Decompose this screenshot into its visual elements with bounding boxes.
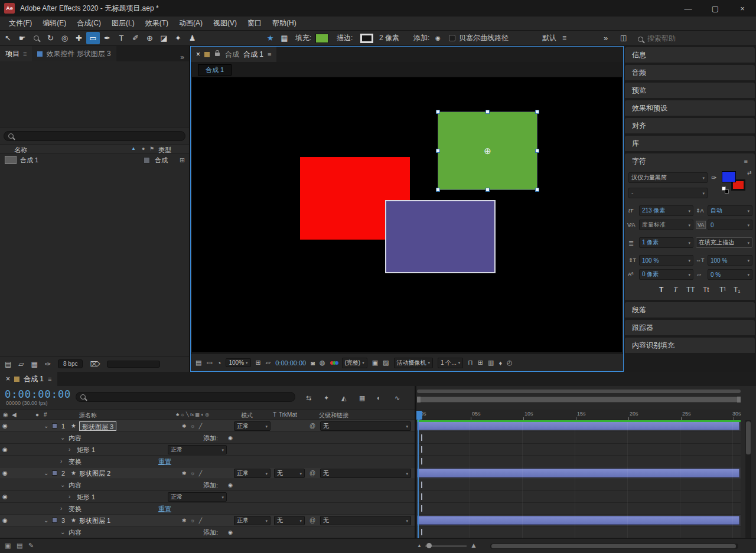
menu-item-layer[interactable]: 图层(L) bbox=[106, 18, 140, 28]
project-search-box[interactable] bbox=[4, 131, 185, 141]
horizontal-scale-dropdown[interactable]: 100 %▾ bbox=[708, 255, 752, 266]
view-layout-dropdown[interactable]: 1 个...▾ bbox=[438, 358, 463, 368]
grid-and-guides-icon[interactable]: ⊞ bbox=[256, 359, 261, 367]
rotation-tool-button[interactable]: ↻ bbox=[44, 32, 57, 44]
timeline-button-icon[interactable]: ♦ bbox=[498, 359, 502, 367]
parent-link-column-label[interactable]: 父级和链接 bbox=[319, 411, 348, 420]
rect-label[interactable]: 矩形 1 bbox=[77, 444, 95, 456]
contents-label[interactable]: 内容 bbox=[69, 432, 82, 444]
transform-group-row[interactable]: › 变换 重置 bbox=[0, 503, 416, 515]
small-caps-button[interactable]: Tt bbox=[703, 286, 709, 294]
menu-item-animation[interactable]: 动画(A) bbox=[174, 18, 208, 28]
magnification-dropdown[interactable]: 100%▾ bbox=[226, 358, 250, 367]
faux-italic-button[interactable]: T bbox=[673, 286, 677, 294]
work-area-start-handle[interactable] bbox=[417, 397, 421, 403]
pickwhip-icon[interactable]: @ bbox=[309, 515, 315, 526]
toolbar-overflow-icon[interactable]: » bbox=[604, 31, 608, 45]
layer-switches-icons[interactable]: ✱ ☼ ╱ bbox=[182, 467, 203, 479]
selection-handle[interactable] bbox=[485, 110, 490, 114]
trkmat-dropdown[interactable]: 无▾ bbox=[274, 516, 305, 525]
panel-libraries-tab[interactable]: 库 bbox=[625, 136, 755, 151]
selection-handle[interactable] bbox=[436, 188, 440, 192]
region-of-interest-icon[interactable]: ▣ bbox=[372, 359, 378, 367]
project-item-row[interactable]: 合成 1 合成 ⊞ bbox=[0, 155, 189, 165]
source-name-column-label[interactable]: 源名称 bbox=[79, 411, 97, 420]
target-region-icon[interactable]: ▱ bbox=[266, 359, 271, 367]
scrollbar-thumb[interactable] bbox=[491, 544, 736, 548]
layer-track-row[interactable] bbox=[417, 420, 741, 432]
baseline-shift-dropdown[interactable]: 0 像素▾ bbox=[639, 269, 693, 280]
reset-link[interactable]: 重置 bbox=[158, 503, 171, 515]
tracking-dropdown[interactable]: 0▾ bbox=[708, 220, 752, 230]
maximize-button[interactable]: ▢ bbox=[702, 0, 729, 17]
layer-name[interactable]: 形状图层 3 bbox=[79, 421, 116, 431]
layer-label-swatch[interactable] bbox=[52, 518, 57, 523]
transform-group-row[interactable]: › 变换 重置 bbox=[0, 456, 416, 467]
add-shape-button[interactable]: ◉ bbox=[435, 31, 441, 45]
resolution-dropdown[interactable]: (完整)▾ bbox=[342, 358, 367, 368]
panel-tracker-tab[interactable]: 跟踪器 bbox=[625, 320, 755, 335]
selection-handle[interactable] bbox=[436, 149, 440, 153]
type-tool-button[interactable]: T bbox=[115, 32, 128, 44]
stroke-style-dropdown[interactable]: 在填充上描边▾ bbox=[696, 237, 752, 248]
timeline-horizontal-scrollbar[interactable] bbox=[490, 544, 738, 549]
pan-behind-tool-button[interactable]: ✚ bbox=[72, 32, 86, 44]
viewer-current-time[interactable]: 0:00:00:00 bbox=[275, 359, 306, 367]
eye-icon[interactable]: ◉ bbox=[2, 444, 8, 456]
timeline-splitter[interactable] bbox=[415, 386, 416, 538]
panel-content-aware-fill-tab[interactable]: 内容识别填充 bbox=[625, 338, 755, 353]
current-time-indicator-line[interactable] bbox=[418, 420, 419, 538]
twirl-open-icon[interactable]: ⌄ bbox=[60, 479, 65, 491]
pen-tool-button[interactable]: ✒ bbox=[100, 32, 114, 44]
parent-dropdown[interactable]: 无▾ bbox=[320, 421, 411, 431]
eye-icon[interactable]: ◉ bbox=[2, 515, 8, 526]
toggle-inout-pane-icon[interactable]: ✎ bbox=[28, 542, 34, 549]
twirl-closed-icon[interactable]: › bbox=[69, 444, 70, 456]
zoom-slider-handle[interactable] bbox=[426, 543, 432, 548]
add-property-button[interactable]: ◉ bbox=[228, 526, 233, 538]
lock-icon[interactable] bbox=[215, 53, 220, 56]
show-snapshot-icon[interactable]: ◍ bbox=[320, 359, 325, 367]
project-bit-depth-button[interactable]: 8 bpc bbox=[58, 359, 83, 368]
interpret-footage-icon[interactable]: ✑ bbox=[45, 360, 51, 368]
fill-color-swatch[interactable] bbox=[315, 34, 328, 43]
purple-rectangle-layer[interactable] bbox=[385, 200, 496, 273]
mode-column-label[interactable]: 模式 bbox=[241, 411, 253, 420]
frame-blending-icon[interactable]: ▦ bbox=[359, 394, 365, 402]
selection-tool-button[interactable]: ↖ bbox=[1, 32, 15, 44]
layer-switches-icons[interactable]: ✱ ☼ ╱ bbox=[182, 420, 203, 432]
rect-property-row[interactable]: ◉ › 矩形 1 正常▾ bbox=[0, 444, 416, 456]
search-help-input[interactable] bbox=[647, 33, 736, 44]
panel-effects-presets-tab[interactable]: 效果和预设 bbox=[625, 100, 755, 116]
layer-duration-bar[interactable] bbox=[417, 516, 739, 525]
leading-dropdown[interactable]: 自动▾ bbox=[708, 205, 752, 216]
menu-item-file[interactable]: 文件(F) bbox=[4, 18, 37, 28]
viewer-tab[interactable]: × 合成 合成 1 ≡ bbox=[191, 47, 276, 62]
camera-view-dropdown[interactable]: 活动摄像机▾ bbox=[394, 358, 434, 368]
scrollbar-thumb[interactable] bbox=[746, 421, 751, 454]
twirl-open-icon[interactable]: ⌄ bbox=[60, 526, 65, 538]
work-area-end-handle[interactable] bbox=[737, 397, 741, 403]
menu-item-edit[interactable]: 编辑(E) bbox=[37, 18, 71, 28]
layer-switches-icons[interactable]: ✱ ☼ ╱ bbox=[182, 515, 203, 526]
rect-blend-mode-dropdown[interactable]: 正常▾ bbox=[168, 445, 227, 454]
fill-label[interactable]: 填充: bbox=[295, 31, 311, 45]
selection-handle[interactable] bbox=[535, 188, 539, 192]
selection-handle[interactable] bbox=[535, 110, 539, 114]
minimize-button[interactable]: — bbox=[674, 0, 702, 17]
tab-effect-controls[interactable]: 效果控件 形状图层 3 bbox=[32, 46, 116, 61]
new-composition-icon[interactable]: ▦ bbox=[31, 360, 38, 368]
font-size-dropdown[interactable]: 213 像素▾ bbox=[639, 205, 693, 216]
pickwhip-icon[interactable]: @ bbox=[309, 420, 315, 432]
pixel-aspect-correction-icon[interactable]: ⊞ bbox=[478, 359, 483, 367]
timeline-search-box[interactable] bbox=[76, 392, 295, 402]
column-type-label[interactable]: 类型 bbox=[158, 146, 171, 155]
clone-stamp-tool-button[interactable]: ⊕ bbox=[143, 32, 157, 44]
twirl-closed-icon[interactable]: › bbox=[69, 491, 70, 503]
contents-group-row[interactable]: ⌄ 内容 添加: ◉ bbox=[0, 526, 416, 538]
twirl-closed-icon[interactable]: › bbox=[60, 503, 62, 515]
font-family-dropdown[interactable]: 汉仪力量黑简▾ bbox=[628, 172, 708, 183]
item-label-swatch[interactable] bbox=[144, 157, 150, 163]
transparency-grid-icon[interactable]: ▨ bbox=[383, 359, 389, 367]
reset-link[interactable]: 重置 bbox=[158, 456, 171, 467]
